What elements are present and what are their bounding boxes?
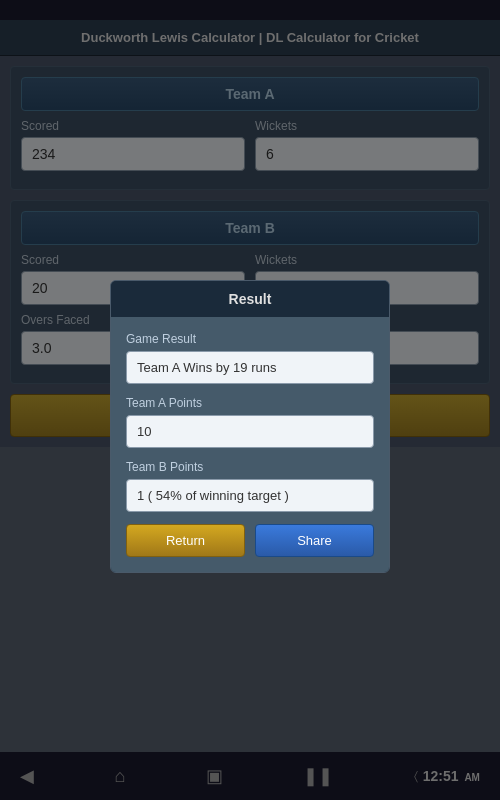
team-b-points-value: 1 ( 54% of winning target )	[126, 479, 374, 512]
team-a-points-value: 10	[126, 415, 374, 448]
team-a-points-label: Team A Points	[126, 396, 374, 410]
team-b-points-label: Team B Points	[126, 460, 374, 474]
modal-title: Result	[111, 281, 389, 317]
modal-overlay: Result Game Result Team A Wins by 19 run…	[0, 0, 500, 800]
share-button[interactable]: Share	[255, 524, 374, 557]
result-modal: Result Game Result Team A Wins by 19 run…	[110, 280, 390, 573]
return-button[interactable]: Return	[126, 524, 245, 557]
game-result-label: Game Result	[126, 332, 374, 346]
modal-buttons: Return Share	[126, 524, 374, 557]
modal-body: Game Result Team A Wins by 19 runs Team …	[111, 317, 389, 572]
game-result-value: Team A Wins by 19 runs	[126, 351, 374, 384]
